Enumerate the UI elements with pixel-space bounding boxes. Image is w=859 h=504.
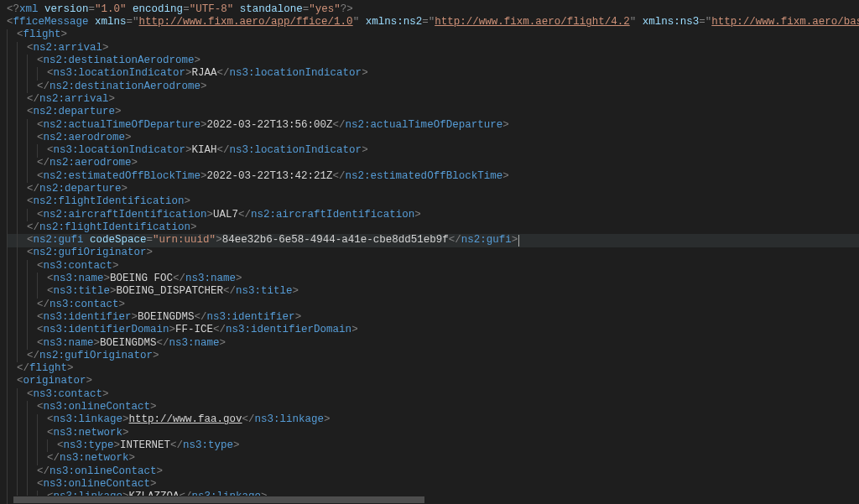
code-line[interactable]: <ns2:estimatedOffBlockTime>2022-03-22T13… [7, 170, 859, 183]
code-line[interactable]: <ns3:name>BOEINGDMS</ns3:name> [7, 337, 859, 350]
code-line[interactable]: <flight> [7, 29, 859, 42]
code-line[interactable]: <ns2:destinationAerodrome> [7, 55, 859, 67]
code-line[interactable]: </ns2:aerodrome> [7, 158, 859, 170]
code-line[interactable]: <ns3:contact> [7, 260, 859, 273]
code-line[interactable]: <ns3:identifierDomain>FF-ICE</ns3:identi… [7, 324, 859, 336]
code-line[interactable]: <ns3:type>INTERNET</ns3:type> [7, 439, 859, 452]
code-line[interactable]: <ns2:gufiOriginator> [7, 247, 859, 260]
code-line[interactable]: <ns3:contact> [7, 388, 859, 401]
code-line[interactable]: </ns2:gufiOriginator> [7, 350, 859, 362]
code-line[interactable]: <originator> [7, 376, 859, 388]
code-line[interactable]: <ns2:arrival> [7, 42, 859, 55]
code-line[interactable]: <ns3:onlineContact> [7, 478, 859, 491]
code-line[interactable]: <ns3:onlineContact> [7, 401, 859, 413]
code-line[interactable]: <ns3:name>BOEING FOC</ns3:name> [7, 273, 859, 285]
code-line[interactable]: <ns3:linkage>http://www.faa.gov</ns3:lin… [7, 414, 859, 427]
code-line[interactable]: <ns3:locationIndicator>RJAA</ns3:locatio… [7, 67, 859, 80]
scroll-thumb[interactable] [13, 496, 424, 503]
code-line[interactable]: <fficeMessage xmlns="http://www.fixm.aer… [7, 16, 859, 29]
code-line[interactable]: </ns3:contact> [7, 299, 859, 311]
code-line[interactable]: </ns2:arrival> [7, 93, 859, 106]
code-editor[interactable]: <?xml version="1.0" encoding="UTF-8" sta… [7, 3, 859, 504]
code-line[interactable]: <ns3:identifier>BOEINGDMS</ns3:identifie… [7, 311, 859, 324]
code-line[interactable]: <ns2:flightIdentification> [7, 195, 859, 208]
code-line[interactable]: <ns3:title>BOEING_DISPATCHER</ns3:title> [7, 286, 859, 299]
code-line[interactable]: </ns3:onlineContact> [7, 465, 859, 478]
code-line[interactable]: <ns3:locationIndicator>KIAH</ns3:locatio… [7, 144, 859, 157]
cursor-line[interactable]: <ns2:gufi codeSpace="urn:uuid">84ee32b6-… [7, 234, 859, 247]
code-line[interactable]: </ns3:network> [7, 452, 859, 465]
code-line[interactable]: </ns2:departure> [7, 183, 859, 195]
code-line[interactable]: </ns2:destinationAerodrome> [7, 81, 859, 93]
text-cursor [518, 235, 519, 247]
code-line[interactable]: <?xml version="1.0" encoding="UTF-8" sta… [7, 3, 859, 16]
code-line[interactable]: <ns2:actualTimeOfDeparture>2022-03-22T13… [7, 119, 859, 132]
code-line[interactable]: <ns3:network> [7, 427, 859, 439]
horizontal-scrollbar[interactable] [13, 496, 859, 504]
code-line[interactable]: <ns2:aircraftIdentification>UAL7</ns2:ai… [7, 209, 859, 221]
code-line[interactable]: </ns2:flightIdentification> [7, 221, 859, 234]
code-line[interactable]: <ns2:aerodrome> [7, 132, 859, 144]
code-line[interactable]: <ns2:departure> [7, 106, 859, 118]
code-line[interactable]: </flight> [7, 362, 859, 375]
